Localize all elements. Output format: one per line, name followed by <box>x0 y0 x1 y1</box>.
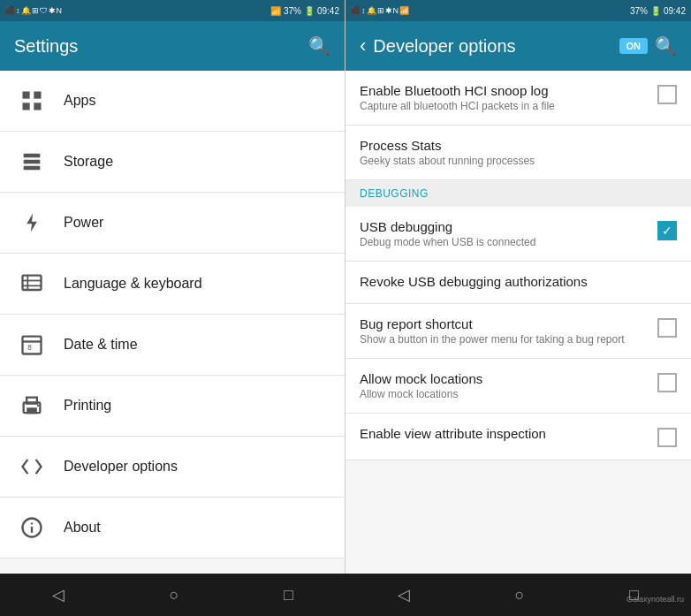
dev-item-bluetooth-hci[interactable]: Enable Bluetooth HCI snoop log Capture a… <box>346 71 691 125</box>
usb-debugging-title: USB debugging <box>360 219 650 234</box>
left-toolbar: Settings 🔍 <box>0 21 345 71</box>
left-toolbar-icons: 🔍 <box>308 35 330 57</box>
usb-debugging-text: USB debugging Debug mode when USB is con… <box>360 219 657 248</box>
power-icon <box>14 205 49 240</box>
left-nav-bar: ◁ ○ □ <box>0 574 346 616</box>
svg-rect-0 <box>23 92 30 99</box>
bluetooth-hci-title: Enable Bluetooth HCI snoop log <box>360 83 650 98</box>
dev-item-usb-debugging[interactable]: USB debugging Debug mode when USB is con… <box>346 207 691 262</box>
apps-icon <box>14 83 49 118</box>
mock-locations-title: Allow mock locations <box>360 371 650 386</box>
process-stats-subtitle: Geeky stats about running processes <box>360 155 670 167</box>
right-status-right: 37% 🔋 09:42 <box>630 6 686 16</box>
datetime-label: Date & time <box>64 337 138 353</box>
right-search-icon[interactable]: 🔍 <box>655 35 677 57</box>
language-label: Language & keyboard <box>64 276 202 292</box>
revoke-usb-text: Revoke USB debugging authorizations <box>360 274 677 291</box>
revoke-usb-title: Revoke USB debugging authorizations <box>360 274 670 289</box>
svg-text:8: 8 <box>27 344 32 352</box>
settings-item-printing[interactable]: Printing <box>0 376 345 437</box>
left-toolbar-title: Settings <box>14 36 78 57</box>
settings-item-about[interactable]: About <box>0 498 345 559</box>
watermark: Galaxynoteall.ru <box>626 595 684 604</box>
power-label: Power <box>64 215 103 231</box>
right-toolbar-title: Developer options <box>373 36 515 57</box>
left-battery-pct: 37% <box>284 6 301 16</box>
mock-locations-text: Allow mock locations Allow mock location… <box>360 371 657 400</box>
left-back-button[interactable]: ◁ <box>52 585 65 605</box>
back-button[interactable]: ‹ <box>360 34 366 57</box>
settings-item-datetime[interactable]: 8 Date & time <box>0 315 345 376</box>
printing-icon <box>14 388 49 423</box>
about-label: About <box>64 520 101 536</box>
right-battery-icon: 🔋 <box>650 6 661 16</box>
printing-label: Printing <box>64 398 111 414</box>
language-icon <box>14 266 49 301</box>
left-battery-icon: 🔋 <box>304 6 315 16</box>
svg-rect-2 <box>23 103 30 110</box>
storage-label: Storage <box>64 154 113 170</box>
right-time: 09:42 <box>664 6 686 16</box>
dev-item-view-attribute[interactable]: Enable view attribute inspection <box>346 414 691 460</box>
datetime-icon: 8 <box>14 327 49 362</box>
dev-item-revoke-usb[interactable]: Revoke USB debugging authorizations <box>346 262 691 304</box>
left-status-bar: ⬛↕🔔⊞🛡✱N 📶 37% 🔋 09:42 <box>0 0 345 21</box>
settings-list: Apps Storage Power Languag <box>0 71 345 574</box>
svg-point-21 <box>31 522 33 524</box>
dev-item-bug-report[interactable]: Bug report shortcut Show a button in the… <box>346 304 691 359</box>
dev-options-list: Enable Bluetooth HCI snoop log Capture a… <box>346 71 691 574</box>
bug-report-checkbox[interactable] <box>657 318 677 338</box>
svg-point-18 <box>37 405 39 407</box>
storage-icon <box>14 144 49 179</box>
bluetooth-hci-checkbox[interactable] <box>657 85 677 104</box>
right-back-button[interactable]: ◁ <box>398 585 410 605</box>
svg-marker-7 <box>27 214 37 232</box>
svg-rect-17 <box>27 398 37 404</box>
bluetooth-hci-subtitle: Capture all bluetooth HCI packets in a f… <box>360 100 650 112</box>
debugging-section-header: DEBUGGING <box>346 180 691 207</box>
svg-rect-1 <box>34 92 41 99</box>
bluetooth-hci-text: Enable Bluetooth HCI snoop log Capture a… <box>360 83 657 112</box>
developer-label: Developer options <box>64 459 178 475</box>
process-stats-title: Process Stats <box>360 138 670 153</box>
left-signal: 📶 <box>270 6 281 16</box>
settings-item-storage[interactable]: Storage <box>0 132 345 193</box>
svg-rect-4 <box>24 154 41 158</box>
left-recents-button[interactable]: □ <box>284 586 293 605</box>
right-battery-pct: 37% <box>630 6 648 16</box>
right-home-button[interactable]: ○ <box>515 586 525 605</box>
dev-item-process-stats[interactable]: Process Stats Geeky stats about running … <box>346 125 691 180</box>
right-toolbar: ‹ Developer options ON 🔍 <box>346 21 691 71</box>
left-time: 09:42 <box>317 6 339 16</box>
on-toggle[interactable]: ON <box>619 38 649 54</box>
settings-item-apps[interactable]: Apps <box>0 71 345 132</box>
mock-locations-subtitle: Allow mock locations <box>360 388 650 400</box>
process-stats-text: Process Stats Geeky stats about running … <box>360 138 677 167</box>
left-status-icons: ⬛↕🔔⊞🛡✱N <box>5 6 62 15</box>
apps-label: Apps <box>64 93 95 109</box>
developer-icon <box>14 449 49 484</box>
view-attribute-title: Enable view attribute inspection <box>360 426 650 441</box>
dev-item-mock-locations[interactable]: Allow mock locations Allow mock location… <box>346 359 691 414</box>
about-icon <box>14 510 49 545</box>
left-status-right: 📶 37% 🔋 09:42 <box>270 6 339 16</box>
settings-item-language[interactable]: Language & keyboard <box>0 254 345 315</box>
usb-debugging-checkbox[interactable]: ✓ <box>657 221 677 240</box>
bug-report-subtitle: Show a button in the power menu for taki… <box>360 333 650 346</box>
svg-rect-5 <box>24 160 41 164</box>
svg-rect-8 <box>23 276 42 290</box>
settings-item-power[interactable]: Power <box>0 193 345 254</box>
usb-debugging-subtitle: Debug mode when USB is connected <box>360 236 650 248</box>
right-toolbar-right: ON 🔍 <box>619 35 678 57</box>
view-attribute-text: Enable view attribute inspection <box>360 426 657 443</box>
mock-locations-checkbox[interactable] <box>657 373 677 392</box>
bug-report-text: Bug report shortcut Show a button in the… <box>360 316 657 346</box>
svg-rect-16 <box>27 407 37 414</box>
svg-rect-6 <box>24 166 41 171</box>
bug-report-title: Bug report shortcut <box>360 316 650 331</box>
view-attribute-checkbox[interactable] <box>657 428 677 447</box>
left-home-button[interactable]: ○ <box>170 586 179 605</box>
settings-item-developer[interactable]: Developer options <box>0 437 345 498</box>
right-status-icons: ⬛↕🔔⊞✱N📶 <box>351 6 409 15</box>
left-search-icon[interactable]: 🔍 <box>308 35 330 57</box>
